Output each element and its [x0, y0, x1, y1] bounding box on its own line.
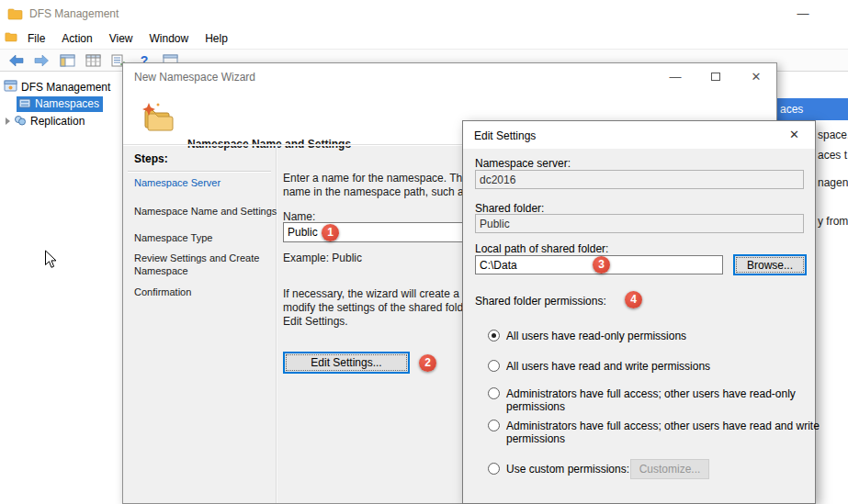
console-small-icon	[5, 31, 17, 45]
mouse-cursor	[44, 250, 57, 272]
app-folder-icon	[7, 7, 23, 23]
back-arrow-icon[interactable]	[7, 53, 24, 68]
console-tree-toggle-icon[interactable]	[59, 53, 75, 68]
menu-view[interactable]: View	[101, 29, 141, 48]
dfs-management-window: DFS Management — File Action View Window…	[0, 0, 848, 504]
customize-button: Customize...	[630, 459, 709, 479]
wizard-intro-line1: Enter a name for the namespace. This na	[283, 172, 486, 185]
permissions-label: Shared folder permissions:	[475, 295, 606, 308]
edit-settings-dialog: Edit Settings ✕ Namespace server: Shared…	[462, 120, 816, 504]
console-tree: DFS Management Namespaces Replication	[0, 72, 122, 504]
example-text: Example: Public	[283, 252, 362, 264]
background-text-fragment: y from	[818, 215, 848, 228]
radio-read-only-label[interactable]: All users have read-only permissions	[506, 330, 824, 342]
annotation-badge-2: 2	[419, 354, 436, 372]
dfs-management-icon	[4, 80, 17, 95]
annotation-badge-3: 3	[593, 256, 610, 274]
tree-selection-highlight: Namespaces	[17, 96, 103, 112]
annotation-badge-4: 4	[625, 291, 642, 308]
radio-admin-full-users-read-write[interactable]	[488, 420, 500, 431]
tree-item-dfs-management[interactable]: DFS Management	[4, 79, 110, 95]
radio-read-write[interactable]	[488, 360, 500, 372]
menu-window[interactable]: Window	[141, 29, 198, 48]
edit-settings-button[interactable]: Edit Settings...	[283, 352, 410, 374]
wizard-minimize-button[interactable]: —	[655, 63, 695, 90]
wizard-step-namespace-type: Namespace Type	[134, 231, 272, 244]
wizard-note-line1: If necessary, the wizard will create a s…	[283, 287, 484, 300]
properties-table-icon[interactable]	[85, 53, 101, 68]
radio-read-only[interactable]	[488, 330, 500, 342]
edit-settings-titlebar: Edit Settings ✕	[463, 121, 815, 149]
wizard-note-line3: Edit Settings.	[283, 315, 348, 328]
annotation-badge-1: 1	[322, 224, 339, 241]
wizard-intro-line2: name in the namespace path, such as \\	[283, 185, 479, 198]
divider	[276, 146, 277, 503]
tree-item-namespaces[interactable]: Namespaces	[17, 95, 103, 112]
name-field-label: Name:	[283, 210, 315, 223]
tree-item-label: DFS Management	[21, 81, 110, 94]
wizard-titlebar: New Namespace Wizard — ✕	[123, 63, 776, 90]
wizard-step-namespace-name-settings: Namespace Name and Settings	[134, 205, 272, 218]
tree-item-label: Replication	[30, 115, 85, 128]
shared-folder-label: Shared folder:	[475, 202, 544, 215]
minimize-button[interactable]: —	[783, 0, 823, 28]
edit-settings-close-button[interactable]: ✕	[774, 121, 815, 149]
forward-arrow-icon[interactable]	[33, 53, 50, 68]
wizard-close-button[interactable]: ✕	[736, 63, 776, 90]
local-path-label: Local path of shared folder:	[475, 242, 608, 255]
namespaces-icon	[18, 97, 31, 111]
replication-icon	[14, 115, 27, 129]
wizard-step-namespace-server[interactable]: Namespace Server	[134, 176, 272, 189]
radio-admin-full-users-read-write-label[interactable]: Administrators have full access; other u…	[506, 420, 824, 445]
radio-admin-full-users-read-only-label[interactable]: Administrators have full access; other u…	[506, 387, 824, 413]
radio-admin-full-users-read-only[interactable]	[488, 387, 500, 399]
menu-help[interactable]: Help	[197, 29, 236, 48]
namespace-server-input	[475, 170, 804, 189]
steps-heading: Steps:	[134, 152, 168, 165]
divider	[128, 171, 271, 173]
window-title: DFS Management	[29, 7, 119, 20]
wizard-header-folder-icon	[140, 101, 175, 135]
shared-folder-input	[475, 214, 804, 233]
wizard-note-line2: modify the settings of the shared folder…	[283, 301, 484, 314]
wizard-maximize-button[interactable]	[695, 63, 736, 90]
menu-action[interactable]: Action	[53, 29, 100, 48]
namespace-server-label: Namespace server:	[475, 157, 571, 170]
radio-custom-permissions[interactable]	[488, 463, 500, 475]
expander-chevron-icon[interactable]	[6, 118, 10, 125]
wizard-title: New Namespace Wizard	[134, 71, 255, 84]
wizard-step-review-settings: Review Settings and Create Namespace	[134, 252, 263, 277]
background-text-fragment: aces t	[818, 149, 847, 162]
background-text-fragment: nagen	[818, 176, 848, 189]
menu-file[interactable]: File	[19, 29, 53, 48]
browse-button[interactable]: Browse...	[733, 254, 807, 275]
background-text-fragment: space...	[818, 129, 848, 141]
wizard-step-confirmation: Confirmation	[134, 286, 272, 298]
radio-read-write-label[interactable]: All users have read and write permission…	[506, 360, 824, 373]
tree-item-replication[interactable]: Replication	[6, 113, 85, 129]
results-pane-header: aces	[777, 98, 848, 120]
menu-bar: File Action View Window Help	[0, 28, 848, 49]
window-titlebar: DFS Management —	[0, 0, 848, 28]
tree-item-label: Namespaces	[35, 97, 99, 110]
edit-settings-title: Edit Settings	[474, 129, 536, 142]
